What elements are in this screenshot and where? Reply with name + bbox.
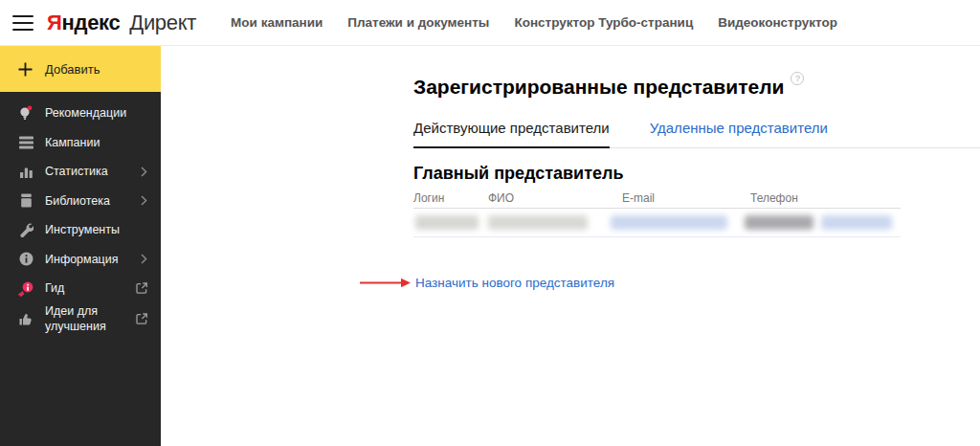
sidebar-item-campaigns[interactable]: Кампании [0,128,161,158]
sidebar-item-label: Инструменты [45,222,133,237]
campaigns-list-icon [17,135,34,150]
library-icon [17,193,34,209]
sidebar-item-label: Идеи для улучшения [45,303,133,334]
logo-brand: ндекс [62,11,121,34]
sidebar-item-recommendations[interactable]: Рекомендации [0,99,161,128]
sidebar-item-statistics[interactable]: Статистика [0,157,161,187]
sidebar-item-tools[interactable]: Инструменты [0,215,161,245]
redacted-email-value [611,215,727,230]
chevron-right-icon [141,195,147,206]
sidebar-item-information[interactable]: Информация [0,245,161,275]
nav-payments-documents[interactable]: Платежи и документы [347,15,489,30]
hamburger-menu-icon[interactable] [12,15,33,31]
tab-active-representatives[interactable]: Действующие представители [413,120,610,148]
tab-removed-representatives[interactable]: Удаленные представители [650,120,828,148]
yandex-direct-logo[interactable]: Яндекс Директ [47,11,196,35]
column-header-email: E-mail [622,191,655,205]
guide-comet-icon [17,280,34,296]
sidebar-item-label: Гид [45,280,133,296]
help-circle-icon[interactable]: ? [791,72,804,85]
external-link-icon [136,313,147,324]
assign-representative-row: Назначить нового представителя [360,276,614,290]
add-button-label: Добавить [45,62,100,77]
external-link-icon [136,282,147,294]
section-title-main-representative: Главный представитель [413,164,624,184]
page-title-text: Зарегистрированные представители [413,76,784,98]
lightbulb-notification-icon [17,105,34,121]
sidebar-item-label: Статистика [45,164,133,179]
representatives-tabs: Действующие представители Удаленные пред… [413,120,980,148]
sidebar-menu: Рекомендации Кампании [0,92,161,334]
nav-video-constructor[interactable]: Видеоконструктор [718,15,837,30]
representatives-table: Логин ФИО E-mail Телефон [413,191,901,237]
table-row-redacted [413,209,901,237]
sidebar-item-guide[interactable]: Гид [0,274,161,303]
chevron-right-icon [141,254,147,264]
bar-chart-icon [17,164,34,179]
add-button[interactable]: Добавить [0,46,161,92]
redacted-phone-value [745,215,813,230]
top-header: Яндекс Директ Мои кампании Платежи и док… [0,0,980,46]
logo-product: Директ [129,11,196,34]
logo-accent-letter: Я [47,11,62,34]
column-header-login: Логин [413,191,444,205]
sidebar-item-label: Библиотека [45,193,133,209]
yandex-direct-page: Яндекс Директ Мои кампании Платежи и док… [0,0,980,446]
nav-turbo-pages-constructor[interactable]: Конструктор Турбо-страниц [514,15,693,30]
table-header-row: Логин ФИО E-mail Телефон [413,191,901,209]
redacted-login-value [415,215,479,230]
main-content: Зарегистрированные представители? Действ… [161,46,980,446]
redacted-fio-value [488,215,588,230]
sidebar-item-library[interactable]: Библиотека [0,187,161,216]
top-navigation: Мои кампании Платежи и документы Констру… [231,15,837,30]
sidebar-item-label: Кампании [45,135,133,150]
column-header-fio: ФИО [488,191,514,205]
sidebar-item-improvement-ideas[interactable]: Идеи для улучшения [0,303,161,334]
red-pointer-arrow-icon [360,278,412,288]
redacted-phone-link-value [821,215,892,230]
sidebar-item-label: Информация [45,252,133,267]
thumbs-up-icon [17,311,34,326]
wrench-icon [17,222,34,237]
column-header-phone: Телефон [750,191,798,205]
page-title: Зарегистрированные представители? [413,76,804,99]
chevron-right-icon [141,167,147,177]
assign-new-representative-link[interactable]: Назначить нового представителя [415,276,614,290]
plus-icon [18,62,33,77]
info-circle-icon [17,252,34,267]
nav-my-campaigns[interactable]: Мои кампании [231,15,323,30]
sidebar-item-label: Рекомендации [45,105,133,121]
sidebar: Добавить Рекомендации [0,46,161,446]
